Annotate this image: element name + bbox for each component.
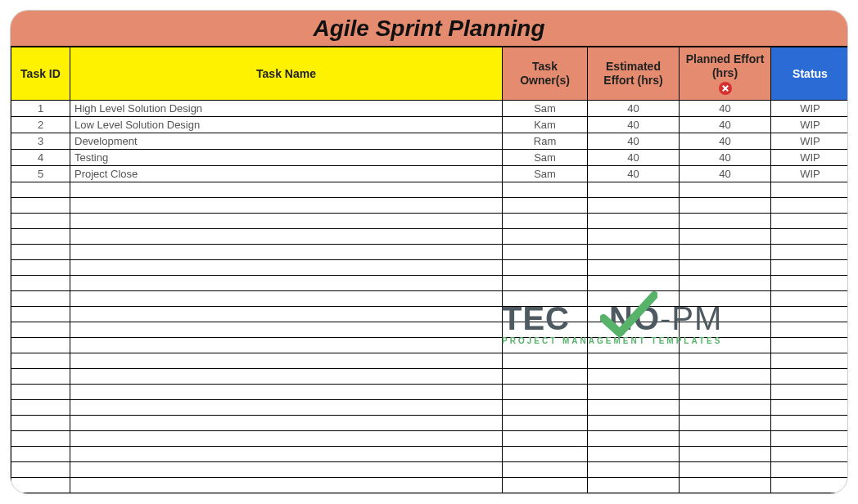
- cell-id[interactable]: 2: [11, 116, 70, 133]
- cell-status[interactable]: [771, 477, 849, 493]
- cell-estimated[interactable]: 40: [588, 149, 680, 165]
- cell-owner[interactable]: Sam: [503, 165, 588, 182]
- cell-status[interactable]: [771, 337, 849, 353]
- cell-planned[interactable]: 40: [680, 149, 771, 165]
- cell-name[interactable]: [70, 353, 503, 368]
- cell-owner[interactable]: [503, 322, 588, 337]
- table-row[interactable]: 3DevelopmentRam4040WIP: [11, 133, 849, 149]
- cell-estimated[interactable]: 40: [588, 116, 680, 133]
- cell-name[interactable]: [70, 384, 503, 399]
- cell-planned[interactable]: [680, 182, 771, 197]
- table-row[interactable]: [11, 290, 849, 306]
- cell-name[interactable]: [70, 399, 503, 415]
- cell-id[interactable]: [11, 430, 70, 446]
- cell-planned[interactable]: 40: [680, 116, 771, 133]
- cell-owner[interactable]: [503, 228, 588, 244]
- cell-status[interactable]: [771, 430, 849, 446]
- cell-status[interactable]: WIP: [771, 149, 849, 165]
- cell-id[interactable]: [11, 461, 70, 477]
- cell-owner[interactable]: Kam: [503, 116, 588, 133]
- cell-id[interactable]: [11, 306, 70, 322]
- cell-status[interactable]: [771, 415, 849, 430]
- cell-status[interactable]: WIP: [771, 133, 849, 149]
- cell-name[interactable]: Development: [70, 133, 503, 149]
- cell-id[interactable]: [11, 368, 70, 384]
- cell-status[interactable]: [771, 306, 849, 322]
- cell-planned[interactable]: [680, 461, 771, 477]
- cell-status[interactable]: [771, 182, 849, 197]
- cell-planned[interactable]: [680, 399, 771, 415]
- table-row[interactable]: [11, 259, 849, 275]
- error-icon[interactable]: [719, 82, 732, 95]
- col-task-name[interactable]: Task Name: [70, 47, 503, 101]
- table-row[interactable]: 5Project CloseSam4040WIP: [11, 165, 849, 182]
- table-row[interactable]: [11, 228, 849, 244]
- cell-status[interactable]: [771, 259, 849, 275]
- table-row[interactable]: [11, 430, 849, 446]
- cell-owner[interactable]: [503, 182, 588, 197]
- table-row[interactable]: 4TestingSam4040WIP: [11, 149, 849, 165]
- cell-owner[interactable]: [503, 290, 588, 306]
- cell-planned[interactable]: [680, 337, 771, 353]
- cell-planned[interactable]: [680, 322, 771, 337]
- cell-status[interactable]: [771, 275, 849, 290]
- cell-id[interactable]: [11, 337, 70, 353]
- cell-estimated[interactable]: [588, 259, 680, 275]
- cell-planned[interactable]: [680, 259, 771, 275]
- table-row[interactable]: [11, 353, 849, 368]
- cell-estimated[interactable]: [588, 384, 680, 399]
- cell-name[interactable]: [70, 461, 503, 477]
- table-row[interactable]: [11, 306, 849, 322]
- cell-owner[interactable]: [503, 368, 588, 384]
- cell-id[interactable]: [11, 259, 70, 275]
- cell-planned[interactable]: [680, 353, 771, 368]
- table-row[interactable]: [11, 477, 849, 493]
- cell-name[interactable]: [70, 197, 503, 213]
- cell-planned[interactable]: [680, 430, 771, 446]
- cell-name[interactable]: [70, 368, 503, 384]
- cell-planned[interactable]: 40: [680, 133, 771, 149]
- cell-estimated[interactable]: [588, 368, 680, 384]
- cell-planned[interactable]: [680, 306, 771, 322]
- cell-status[interactable]: [771, 290, 849, 306]
- table-row[interactable]: [11, 244, 849, 259]
- cell-status[interactable]: [771, 446, 849, 461]
- cell-owner[interactable]: Ram: [503, 133, 588, 149]
- cell-estimated[interactable]: [588, 197, 680, 213]
- cell-estimated[interactable]: [588, 322, 680, 337]
- cell-name[interactable]: [70, 259, 503, 275]
- cell-estimated[interactable]: [588, 430, 680, 446]
- cell-owner[interactable]: [503, 306, 588, 322]
- table-row[interactable]: [11, 337, 849, 353]
- table-row[interactable]: [11, 446, 849, 461]
- col-owner[interactable]: Task Owner(s): [503, 47, 588, 101]
- cell-id[interactable]: [11, 399, 70, 415]
- cell-id[interactable]: 3: [11, 133, 70, 149]
- cell-planned[interactable]: [680, 446, 771, 461]
- cell-owner[interactable]: [503, 415, 588, 430]
- table-row[interactable]: [11, 415, 849, 430]
- cell-status[interactable]: [771, 244, 849, 259]
- cell-id[interactable]: [11, 322, 70, 337]
- cell-planned[interactable]: [680, 228, 771, 244]
- cell-name[interactable]: [70, 228, 503, 244]
- cell-estimated[interactable]: [588, 290, 680, 306]
- cell-owner[interactable]: Sam: [503, 100, 588, 116]
- cell-estimated[interactable]: [588, 337, 680, 353]
- cell-name[interactable]: [70, 493, 503, 494]
- table-row[interactable]: 1High Level Solution DesignSam4040WIP: [11, 100, 849, 116]
- cell-estimated[interactable]: [588, 399, 680, 415]
- cell-owner[interactable]: [503, 430, 588, 446]
- table-row[interactable]: 2Low Level Solution DesignKam4040WIP: [11, 116, 849, 133]
- cell-status[interactable]: [771, 322, 849, 337]
- cell-planned[interactable]: [680, 290, 771, 306]
- cell-owner[interactable]: [503, 493, 588, 494]
- cell-owner[interactable]: Sam: [503, 149, 588, 165]
- table-row[interactable]: [11, 182, 849, 197]
- cell-status[interactable]: [771, 461, 849, 477]
- table-row[interactable]: [11, 197, 849, 213]
- cell-planned[interactable]: [680, 213, 771, 228]
- cell-name[interactable]: [70, 244, 503, 259]
- cell-planned[interactable]: [680, 493, 771, 494]
- cell-planned[interactable]: [680, 384, 771, 399]
